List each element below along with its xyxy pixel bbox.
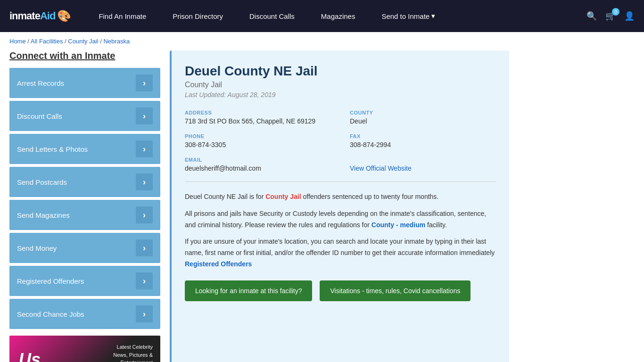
chevron-right-icon: › — [136, 173, 153, 190]
looking-for-inmate-button[interactable]: Looking for an inmate at this facility? — [185, 280, 312, 301]
sidebar-item-send-letters[interactable]: Send Letters & Photos › — [9, 134, 160, 164]
sidebar-item-second-chance-jobs[interactable]: Second Chance Jobs › — [9, 299, 160, 329]
nav-discount-calls[interactable]: Discount Calls — [236, 0, 308, 32]
county-medium-link[interactable]: County - medium — [372, 221, 425, 229]
chevron-right-icon: › — [136, 107, 153, 124]
ad-text: Latest Celebrity News, Pictures & Entert… — [113, 343, 153, 362]
sidebar-item-registered-offenders[interactable]: Registered Offenders › — [9, 266, 160, 296]
breadcrumb-home[interactable]: Home — [9, 38, 26, 45]
sidebar-item-arrest-records[interactable]: Arrest Records › — [9, 68, 160, 98]
facility-type: County Jail — [185, 81, 496, 89]
cart-button[interactable]: 🛒 0 — [605, 11, 616, 21]
sidebar-item-send-postcards[interactable]: Send Postcards › — [9, 167, 160, 197]
sidebar-item-discount-calls[interactable]: Discount Calls › — [9, 101, 160, 131]
nav-prison-directory[interactable]: Prison Directory — [159, 0, 236, 32]
nav-icons: 🔍 🛒 0 👤 — [586, 11, 635, 21]
address-block: ADDRESS 718 3rd St PO Box 565, Chappell,… — [185, 110, 331, 125]
user-button[interactable]: 👤 — [624, 11, 635, 21]
facility-name: Deuel County NE Jail — [185, 64, 496, 79]
action-buttons: Looking for an inmate at this facility? … — [185, 280, 496, 301]
sidebar-ad[interactable]: Us Latest Celebrity News, Pictures & Ent… — [9, 336, 160, 362]
nav-links: Find An Inmate Prison Directory Discount… — [85, 0, 586, 32]
search-button[interactable]: 🔍 — [586, 11, 597, 21]
description-3: If you are unsure of your inmate's locat… — [185, 236, 496, 270]
nav-find-inmate[interactable]: Find An Inmate — [85, 0, 159, 32]
logo-text: inmateAid — [9, 10, 55, 22]
breadcrumb-county-jail[interactable]: County Jail — [68, 38, 98, 45]
sidebar-title: Connect with an Inmate — [9, 50, 160, 61]
registered-offenders-link[interactable]: Registered Offenders — [185, 260, 252, 268]
sidebar: Connect with an Inmate Arrest Records › … — [9, 50, 160, 362]
main-container: Connect with an Inmate Arrest Records › … — [0, 50, 519, 362]
chevron-right-icon: › — [136, 74, 153, 91]
county-block: COUNTY Deuel — [350, 110, 496, 125]
chevron-right-icon: › — [136, 140, 153, 157]
website-block: WEBSITE View Official Website — [350, 157, 496, 172]
breadcrumb-state[interactable]: Nebraska — [103, 38, 130, 45]
facility-updated: Last Updated: August 28, 2019 — [185, 91, 496, 99]
chevron-down-icon: ▾ — [431, 12, 435, 20]
chevron-right-icon: › — [136, 272, 153, 289]
chevron-right-icon: › — [136, 305, 153, 322]
ad-logo: Us — [19, 350, 41, 362]
description-2: All prisons and jails have Security or C… — [185, 208, 496, 231]
fax-block: FAX 308-874-2994 — [350, 133, 496, 148]
chevron-right-icon: › — [136, 206, 153, 223]
visitations-button[interactable]: Visitations - times, rules, Covid cancel… — [320, 280, 471, 301]
nav-send-to-inmate[interactable]: Send to Inmate ▾ — [368, 0, 448, 32]
chevron-right-icon: › — [136, 239, 153, 256]
logo[interactable]: inmateAid 🎨 — [9, 9, 71, 23]
breadcrumb-all-facilities[interactable]: All Facilities — [31, 38, 63, 45]
divider — [185, 181, 496, 182]
cart-badge: 0 — [612, 8, 619, 16]
facility-content: Deuel County NE Jail County Jail Last Up… — [170, 50, 509, 362]
sidebar-item-send-money[interactable]: Send Money › — [9, 233, 160, 263]
phone-block: PHONE 308-874-3305 — [185, 133, 331, 148]
facility-info-grid: ADDRESS 718 3rd St PO Box 565, Chappell,… — [185, 110, 496, 172]
county-jail-link[interactable]: County Jail — [265, 193, 301, 200]
breadcrumb: Home / All Facilities / County Jail / Ne… — [0, 32, 644, 50]
view-official-website-link[interactable]: View Official Website — [350, 165, 412, 172]
description-1: Deuel County NE Jail is for County Jail … — [185, 191, 496, 203]
email-block: EMAIL deuelsheriff@hotmail.com — [185, 157, 331, 172]
navigation: inmateAid 🎨 Find An Inmate Prison Direct… — [0, 0, 644, 32]
sidebar-item-send-magazines[interactable]: Send Magazines › — [9, 200, 160, 230]
nav-magazines[interactable]: Magazines — [308, 0, 369, 32]
